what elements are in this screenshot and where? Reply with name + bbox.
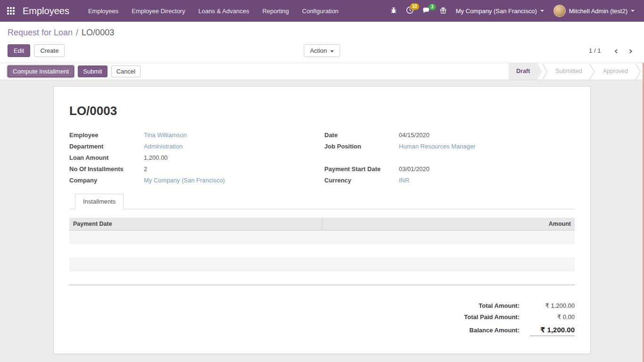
edit-button[interactable]: Edit [8, 44, 30, 57]
field-department: Department Administration [69, 141, 320, 152]
submit-button[interactable]: Submit [78, 66, 107, 77]
status-submitted-label: Submitted [555, 68, 582, 74]
menu-item-reporting[interactable]: Reporting [256, 0, 295, 22]
record-title: LO/0003 [69, 104, 575, 118]
field-currency-value[interactable]: INR [399, 177, 409, 184]
user-name: Mitchell Admin (test2) [569, 8, 627, 15]
menu-item-employee-directory[interactable]: Employee Directory [125, 0, 191, 22]
statusbar-arrow-icon [589, 63, 595, 80]
pager-previous-button[interactable]: ‹ [610, 47, 622, 55]
installment-empty-row [69, 258, 575, 272]
form-sheet: LO/0003 Employee Tina Williamson Departm… [53, 86, 591, 354]
top-navbar: Employees Employees Employee Directory L… [0, 0, 644, 22]
menu-item-employees[interactable]: Employees [82, 0, 125, 22]
total-paid-value: ₹ 0.00 [530, 313, 575, 321]
field-job-position: Job Position Human Resources Manager [324, 141, 575, 152]
caret-down-icon [330, 50, 334, 52]
field-loan-amount: Loan Amount 1,200.00 [69, 152, 320, 164]
pager-next-button[interactable]: › [625, 47, 636, 55]
caret-down-icon [540, 10, 544, 12]
total-paid-row: Total Paid Amount: ₹ 0.00 [464, 313, 575, 321]
field-currency-label: Currency [324, 177, 399, 184]
company-switcher[interactable]: My Company (San Francisco) [451, 0, 549, 22]
user-avatar [553, 5, 566, 17]
breadcrumb-parent-link[interactable]: Request for Loan [8, 28, 73, 38]
status-submitted[interactable]: Submitted [548, 63, 589, 80]
compute-installment-button[interactable]: Compute Installment [8, 66, 74, 77]
tab-installments[interactable]: Installments [75, 194, 124, 209]
column-payment-date[interactable]: Payment Date [69, 218, 322, 230]
control-panel-buttons: Edit Create [8, 44, 65, 57]
total-amount-row: Total Amount: ₹ 1,200.00 [479, 302, 575, 309]
field-company-value[interactable]: My Company (San Francisco) [144, 177, 225, 184]
balance-amount-row: Balance Amount: ₹ 1,200.00 [470, 326, 575, 336]
field-date-value: 04/15/2020 [399, 132, 429, 139]
cancel-button[interactable]: Cancel [111, 66, 140, 77]
app-name[interactable]: Employees [23, 6, 69, 16]
field-installments-count: No Of Installments 2 [69, 164, 320, 175]
odoo-app-window: Employees Employees Employee Directory L… [0, 0, 644, 362]
field-loan-amount-value: 1,200.00 [144, 154, 168, 162]
field-currency: Currency INR [324, 175, 575, 186]
field-department-label: Department [69, 143, 144, 150]
field-job-position-value[interactable]: Human Resources Manager [399, 143, 476, 150]
top-menu: Employees Employee Directory Loans & Adv… [82, 0, 345, 22]
bug-icon [390, 7, 397, 16]
content-area: LO/0003 Employee Tina Williamson Departm… [0, 80, 644, 352]
field-company: Company My Company (San Francisco) [69, 175, 320, 186]
status-approved-label: Approved [603, 68, 628, 74]
activities-button[interactable]: 10 [402, 3, 418, 18]
column-amount[interactable]: Amount [322, 218, 575, 230]
status-draft-label: Draft [516, 68, 530, 74]
notebook-tabs: Installments [69, 194, 575, 209]
field-date-label: Date [324, 132, 399, 139]
field-installments-count-value: 2 [144, 165, 147, 173]
installments-table-header: Payment Date Amount [69, 218, 575, 230]
field-loan-amount-label: Loan Amount [69, 154, 144, 162]
rewards-button[interactable] [435, 4, 451, 18]
field-employee-label: Employee [69, 132, 144, 139]
user-menu[interactable]: Mitchell Admin (test2) [549, 0, 639, 22]
breadcrumb: Request for Loan / LO/0003 [0, 22, 644, 41]
action-label: Action [310, 47, 327, 54]
navbar-systray: 10 3 [386, 0, 639, 22]
installments-table: Payment Date Amount [69, 218, 575, 285]
field-job-position-label: Job Position [324, 143, 399, 150]
menu-item-configuration[interactable]: Configuration [296, 0, 345, 22]
create-button[interactable]: Create [34, 44, 65, 57]
breadcrumb-separator: / [76, 28, 78, 38]
installment-empty-row [69, 272, 575, 285]
action-dropdown-button[interactable]: Action [304, 44, 340, 57]
field-payment-start-date-value: 03/01/2020 [399, 165, 429, 173]
field-grid: Employee Tina Williamson Department Admi… [69, 130, 575, 186]
menu-item-loans-advances[interactable]: Loans & Advances [192, 0, 256, 22]
total-amount-label: Total Amount: [479, 302, 520, 309]
balance-amount-value: ₹ 1,200.00 [530, 326, 575, 336]
statusbar-states: Draft Submitted Approved [509, 63, 644, 80]
status-draft[interactable]: Draft [509, 63, 542, 80]
messages-button[interactable]: 3 [418, 4, 435, 18]
debug-mode-button[interactable] [386, 4, 402, 18]
apps-grid-icon [7, 7, 15, 15]
field-spacer-row [324, 152, 575, 164]
total-paid-label: Total Paid Amount: [464, 313, 520, 321]
field-company-label: Company [69, 177, 144, 184]
field-department-value[interactable]: Administration [144, 143, 182, 150]
balance-amount-label: Balance Amount: [470, 327, 520, 334]
company-name: My Company (San Francisco) [456, 8, 537, 15]
breadcrumb-current: LO/0003 [82, 28, 114, 38]
pager: 1 / 1 ‹ › [589, 47, 636, 55]
gift-icon [439, 7, 447, 16]
field-employee-value[interactable]: Tina Williamson [144, 132, 187, 139]
control-panel: Edit Create Action 1 / 1 ‹ › [0, 41, 644, 63]
statusbar-buttons: Compute Installment Submit Cancel [8, 66, 140, 77]
apps-menu-button[interactable] [2, 0, 20, 22]
status-approved[interactable]: Approved [595, 63, 636, 80]
installment-empty-row [69, 230, 575, 244]
field-column-left: Employee Tina Williamson Department Admi… [69, 130, 320, 186]
field-installments-count-label: No Of Installments [69, 165, 144, 173]
navbar-left: Employees Employees Employee Directory L… [2, 0, 345, 22]
totals-block: Total Amount: ₹ 1,200.00 Total Paid Amou… [69, 302, 575, 340]
caret-down-icon [631, 10, 635, 12]
form-statusbar: Compute Installment Submit Cancel Draft … [0, 63, 644, 80]
